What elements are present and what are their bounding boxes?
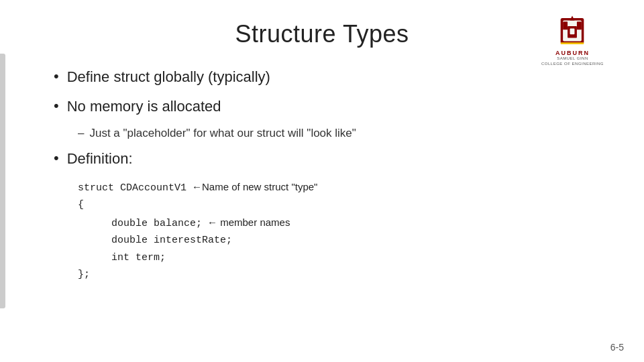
code-comment-1: ←Name of new struct "type": [192, 178, 317, 196]
svg-rect-3: [570, 29, 575, 35]
slide-title: Structure Types: [235, 20, 409, 48]
auburn-logo-icon: [555, 13, 590, 48]
bullet-dot-2: •: [54, 97, 59, 116]
code-line-4: double interestRate;: [78, 232, 604, 249]
bullet-text-1: Define struct globally (typically): [67, 67, 270, 87]
header: Structure Types AUBURN SAMUEL GINN: [40, 20, 604, 48]
code-line-1: struct CDAccountV1 ←Name of new struct "…: [78, 178, 604, 197]
code-term-member: int term;: [78, 249, 166, 267]
svg-rect-7: [561, 42, 584, 44]
bullet-item-2: • No memory is allocated: [54, 97, 604, 117]
code-line-3: double balance; ← member names: [78, 214, 604, 233]
code-struct-declaration: struct CDAccountV1: [78, 180, 186, 197]
bullet-text-3: Definition:: [67, 149, 133, 169]
logo-university-name: AUBURN: [555, 50, 590, 56]
slide-number: 6-5: [610, 342, 624, 353]
code-open-brace: {: [78, 196, 84, 214]
bullet-item-3: • Definition:: [54, 149, 604, 169]
bullet-text-2: No memory is allocated: [67, 97, 221, 117]
code-block: struct CDAccountV1 ←Name of new struct "…: [78, 178, 604, 284]
sub-bullet-item-1: – Just a "placeholder" for what our stru…: [78, 125, 604, 142]
logo-subtitle: SAMUEL GINN COLLEGE OF ENGINEERING: [541, 56, 604, 67]
logo-area: AUBURN SAMUEL GINN COLLEGE OF ENGINEERIN…: [541, 13, 604, 67]
bullet-dot-1: •: [54, 67, 59, 86]
left-bar: [0, 54, 5, 308]
sub-dash-1: –: [78, 125, 84, 142]
slide: Structure Types AUBURN SAMUEL GINN: [0, 0, 644, 362]
svg-rect-5: [577, 21, 582, 29]
code-interest-member: double interestRate;: [78, 232, 232, 249]
code-balance-member: double balance;: [78, 215, 202, 233]
content-area: • Define struct globally (typically) • N…: [40, 67, 604, 284]
code-comment-2: ← member names: [207, 214, 290, 231]
bullet-dot-3: •: [54, 149, 59, 168]
sub-bullet-area: – Just a "placeholder" for what our stru…: [78, 125, 604, 142]
code-line-2: {: [78, 196, 604, 214]
code-line-5: int term;: [78, 249, 604, 267]
sub-bullet-text-1: Just a "placeholder" for what our struct…: [89, 125, 356, 142]
bullet-item-1: • Define struct globally (typically): [54, 67, 604, 87]
code-line-6: };: [78, 266, 604, 284]
svg-rect-4: [564, 21, 568, 29]
code-close-brace: };: [78, 266, 90, 284]
